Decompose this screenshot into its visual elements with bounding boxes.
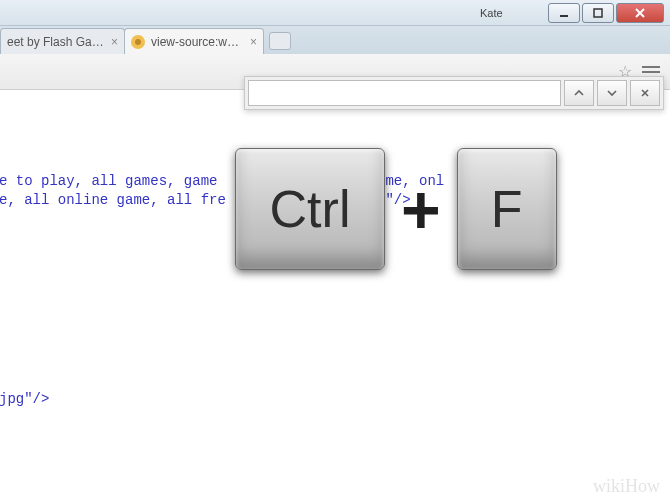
tab-close-icon[interactable]: ×	[250, 35, 257, 49]
window-user-label: Kate	[480, 7, 503, 19]
tab-flash-game[interactable]: eet by Flash Ga… ×	[0, 28, 125, 54]
source-line: jpg"/>	[0, 390, 49, 410]
close-icon	[640, 88, 650, 98]
tab-view-source[interactable]: view-source:www.flash-g… ×	[124, 28, 264, 54]
tab-title: eet by Flash Ga…	[7, 35, 105, 49]
favicon-icon	[131, 35, 145, 49]
tab-close-icon[interactable]: ×	[111, 35, 118, 49]
svg-rect-1	[594, 9, 602, 17]
keyboard-shortcut-overlay: Ctrl + F	[235, 148, 557, 270]
plus-symbol: +	[401, 170, 441, 248]
wikihow-watermark: wikiHow	[593, 476, 660, 497]
find-next-button[interactable]	[597, 80, 627, 106]
key-f: F	[457, 148, 557, 270]
find-input[interactable]	[248, 80, 561, 106]
chevron-up-icon	[574, 88, 584, 98]
window-close-button[interactable]	[616, 3, 664, 23]
tab-strip: eet by Flash Ga… × view-source:www.flash…	[0, 26, 670, 54]
key-ctrl: Ctrl	[235, 148, 385, 270]
window-minimize-button[interactable]	[548, 3, 580, 23]
find-in-page-bar	[244, 76, 664, 110]
window-maximize-button[interactable]	[582, 3, 614, 23]
new-tab-button[interactable]	[269, 32, 291, 50]
window-titlebar: Kate	[0, 0, 670, 26]
find-close-button[interactable]	[630, 80, 660, 106]
tab-title: view-source:www.flash-g…	[151, 35, 244, 49]
chevron-down-icon	[607, 88, 617, 98]
find-prev-button[interactable]	[564, 80, 594, 106]
